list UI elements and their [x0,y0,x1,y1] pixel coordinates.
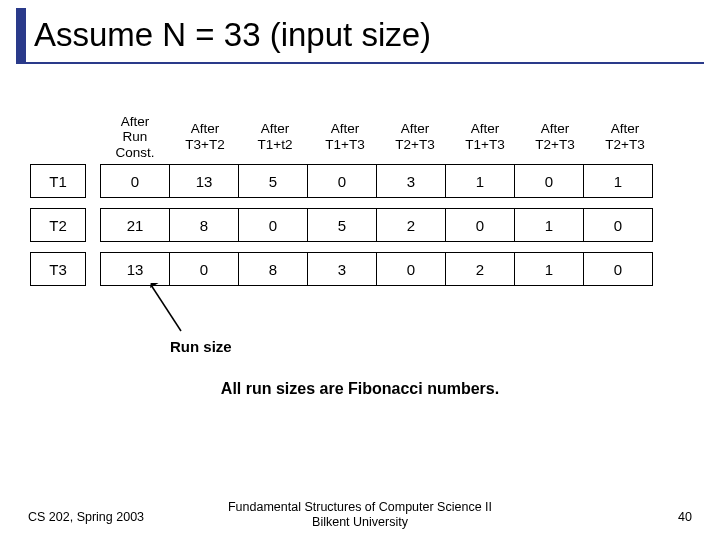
cell: 0 [100,164,170,198]
content-area: T1 T2 T3 After Run Const. After T3+T2 Af… [0,64,720,286]
slide-title: Assume N = 33 (input size) [26,8,431,62]
cell: 0 [583,208,653,242]
cell: 1 [583,164,653,198]
footer-line2: Bilkent University [0,515,720,530]
cell: 0 [583,252,653,286]
col-header: After T1+t2 [240,110,310,164]
cell: 0 [514,164,584,198]
cell: 13 [169,164,239,198]
cell: 0 [307,164,377,198]
fibonacci-note: All run sizes are Fibonacci numbers. [0,380,720,398]
col-header: After T2+T3 [520,110,590,164]
cell: 5 [238,164,308,198]
cell: 8 [238,252,308,286]
cell: 0 [445,208,515,242]
cell: 13 [100,252,170,286]
table-row: 13 0 8 3 0 2 1 0 [100,252,660,286]
cell: 0 [238,208,308,242]
cell: 3 [307,252,377,286]
cell: 1 [514,208,584,242]
col-header: After T2+T3 [380,110,450,164]
col-header: After Run Const. [100,110,170,164]
cell: 8 [169,208,239,242]
cell: 1 [445,164,515,198]
col-header: After T1+T3 [310,110,380,164]
col-header: After T2+T3 [590,110,660,164]
svg-line-0 [151,285,181,331]
title-accent [16,8,26,62]
title-bar: Assume N = 33 (input size) [16,8,704,64]
cell: 2 [376,208,446,242]
row-label: T1 [30,164,86,198]
header-row: After Run Const. After T3+T2 After T1+t2… [100,110,660,164]
cell: 2 [445,252,515,286]
run-size-label: Run size [170,338,232,355]
footer-line1: Fundamental Structures of Computer Scien… [0,500,720,515]
table-row: 21 8 0 5 2 0 1 0 [100,208,660,242]
arrow-icon [145,283,187,339]
cell: 1 [514,252,584,286]
cell: 21 [100,208,170,242]
row-label-column: T1 T2 T3 [30,110,86,286]
data-grid: After Run Const. After T3+T2 After T1+t2… [100,110,660,286]
table: T1 T2 T3 After Run Const. After T3+T2 Af… [30,110,690,286]
cell: 0 [376,252,446,286]
cell: 5 [307,208,377,242]
row-label: T3 [30,252,86,286]
row-label-spacer [30,110,86,164]
footer-center: Fundamental Structures of Computer Scien… [0,500,720,530]
cell: 3 [376,164,446,198]
col-header: After T3+T2 [170,110,240,164]
table-row: 0 13 5 0 3 1 0 1 [100,164,660,198]
cell: 0 [169,252,239,286]
col-header: After T1+T3 [450,110,520,164]
row-label: T2 [30,208,86,242]
slide-number: 40 [678,510,692,524]
